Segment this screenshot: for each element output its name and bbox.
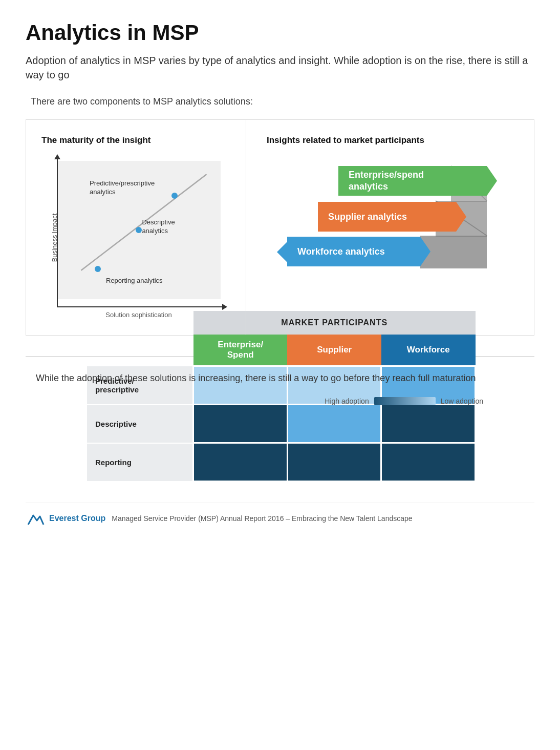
footer-caption: Managed Service Provider (MSP) Annual Re… [112,514,412,523]
full-matrix: MARKET PARTICIPANTS Enterprise/Spend Sup… [87,311,476,482]
right-panel: Insights related to market participants [246,120,534,335]
top-section: The maturity of the insight Business imp… [26,119,534,336]
descriptive-row: Descriptive [87,405,476,443]
x-axis [57,306,223,307]
reporting-label: Reporting analytics [106,277,163,285]
supplier-banner-wrap: Supplier analytics [267,202,519,237]
x-axis-label: Solution sophistication [57,311,221,319]
left-panel-title: The maturity of the insight [41,135,235,145]
enterprise-reporting-cell [193,443,288,482]
page-subtitle: Adoption of analytics in MSP varies by t… [26,53,534,82]
y-axis [57,158,58,307]
footer-logo: Everest Group [26,508,105,529]
supplier-reporting-cell [287,443,381,482]
workforce-banner-label: Workforce analytics [297,246,385,257]
col-enterprise-header: Enterprise/Spend [193,335,288,366]
everest-logo-icon [26,508,46,529]
descriptive-label: Descriptiveanalytics [142,218,175,236]
legend-gradient [374,397,436,405]
supplier-banner-label: Supplier analytics [328,212,407,222]
full-matrix-wrapper: MARKET PARTICIPANTS Enterprise/Spend Sup… [26,311,534,482]
footer-logo-text: Everest Group [49,514,105,523]
descriptive-row-label: Descriptive [87,405,193,443]
banner-container: Enterprise/spendanalytics Supplier analy… [267,156,519,268]
predictive-point [171,193,178,199]
legend-low-label: Low adoption [441,397,483,405]
predictive-label: Predictive/prescriptiveanalytics [90,179,155,197]
footer: Everest Group Managed Service Provider (… [26,503,534,529]
right-panel-title: Insights related to market participants [267,135,519,145]
maturity-chart: Business impact Reporting analytics Desc… [41,156,226,320]
supplier-descriptive-cell [287,405,381,443]
legend-high-label: High adoption [325,397,369,405]
reporting-point [95,266,101,272]
reporting-row: Reporting [87,443,476,482]
enterprise-descriptive-cell [193,405,288,443]
page-title: Analytics in MSP [26,20,534,45]
col-supplier-header: Supplier [287,335,381,366]
col-header-row: Enterprise/Spend Supplier Workforce [87,335,476,366]
left-panel: The maturity of the insight Business imp… [26,120,246,335]
two-components-label: There are two components to MSP analytic… [31,96,534,107]
workforce-descriptive-cell [381,405,476,443]
chart-area: Reporting analytics Descriptiveanalytics… [57,161,221,299]
enterprise-banner-wrap: Enterprise/spendanalytics [267,166,519,201]
reporting-row-label: Reporting [87,443,193,482]
descriptive-point [136,227,142,233]
col-workforce-header: Workforce [381,335,476,366]
workforce-reporting-cell [381,443,476,482]
enterprise-banner-label: Enterprise/spendanalytics [349,169,424,193]
workforce-banner-wrap: Workforce analytics [267,237,519,272]
banners-area: Enterprise/spendanalytics Supplier analy… [267,161,519,268]
